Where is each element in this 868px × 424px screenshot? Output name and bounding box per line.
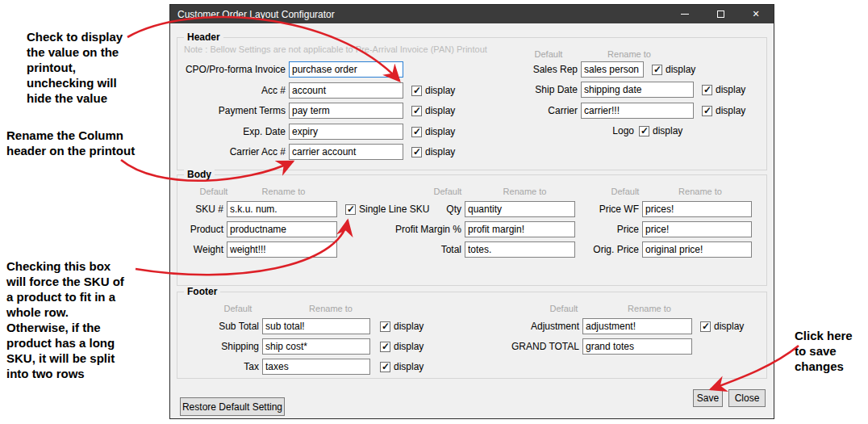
carrier-input[interactable] [581,103,694,119]
cpo-proforma-invoice-input[interactable] [289,61,403,78]
save-button[interactable]: Save [693,389,723,407]
header-group-label: Header [184,31,223,43]
carrier-acc-label: Carrier Acc # [177,146,286,157]
qty-label: Qty [363,204,461,215]
carrier-row: Carrier display [468,103,745,119]
display-label: display [425,85,455,96]
sales-rep-display-checkbox[interactable] [652,65,662,75]
shipping-display-checkbox[interactable] [380,342,390,352]
ship-date-input[interactable] [581,82,694,98]
acc-number-row: Acc # display [177,82,455,99]
sku-label: SKU # [177,204,223,215]
adjustment-label: Adjustment [487,321,579,332]
price-label: Price [573,224,639,235]
close-button[interactable] [738,5,774,23]
sales-rep-row: Sales Rep display [468,61,695,78]
tax-display-checkbox[interactable] [380,362,390,372]
weight-label: Weight [177,244,223,255]
restore-default-setting-button[interactable]: Restore Default Setting [180,397,285,416]
product-label: Product [177,224,223,235]
carrier-acc-row: Carrier Acc # display [177,144,455,160]
carrier-acc-number-input[interactable] [289,144,403,160]
annotation-single-line-sku: Checking this box will force the SKU of … [6,258,131,381]
cpo-proforma-row: CPO/Pro-forma Invoice [177,61,403,78]
carrier-display-checkbox[interactable] [702,106,712,116]
profit-margin-label: Profit Margin % [363,224,461,235]
acc-number-input[interactable] [289,82,403,99]
payment-terms-display-checkbox[interactable] [411,106,422,116]
profit-margin-input[interactable] [465,221,575,237]
exp-date-row: Exp. Date display [177,124,455,140]
payment-terms-input[interactable] [289,103,403,119]
orig-price-input[interactable] [642,241,752,258]
acc-number-label: Acc # [177,85,286,96]
total-input[interactable] [465,241,575,258]
minimize-button[interactable] [667,5,703,23]
maximize-icon [717,10,724,18]
price-wf-label: Price WF [573,204,639,215]
acc-display-checkbox[interactable] [411,86,422,96]
display-label: display [425,146,455,157]
qty-input[interactable] [465,201,575,217]
display-label: display [716,84,745,95]
shipping-label: Shipping [181,341,259,352]
maximize-button[interactable] [703,5,738,23]
qty-row: Qty [363,201,575,217]
product-row: Product [177,221,337,237]
sub-total-row: Sub Total display [181,318,424,334]
tax-input[interactable] [262,359,370,375]
logo-row: Logo display [468,123,682,139]
sku-input[interactable] [227,201,337,217]
annotation-rename-column: Rename the Column header on the printout [6,128,144,158]
column-header-default: Default [516,49,581,59]
column-header-default: Default [210,304,266,313]
minimize-icon [681,14,689,15]
display-label: display [716,105,745,116]
column-header-rename-to: Rename to [589,49,670,59]
adjustment-input[interactable] [582,318,692,334]
footer-group: Footer Default Rename to Default Rename … [177,292,767,379]
price-wf-row: Price WF [573,201,752,217]
column-header-rename-to: Rename to [274,304,387,313]
sub-total-display-checkbox[interactable] [380,321,390,332]
carrier-acc-display-checkbox[interactable] [411,147,422,157]
exp-date-input[interactable] [289,124,403,140]
price-wf-input[interactable] [642,201,752,217]
column-header-rename-to: Rename to [597,304,702,313]
adjustment-row: Adjustment display [487,318,744,334]
shipping-input[interactable] [262,338,370,355]
ship-date-display-checkbox[interactable] [702,85,712,95]
display-label: display [653,125,682,136]
display-label: display [666,64,695,75]
payment-terms-label: Payment Terms [177,105,286,116]
sales-rep-label: Sales Rep [468,64,578,75]
grand-total-input[interactable] [582,338,692,355]
column-header-default: Default [536,304,592,313]
title-bar[interactable]: Customer Order Layout Configurator [170,5,774,23]
shipping-row: Shipping display [181,338,424,355]
price-row: Price [573,221,752,237]
tax-row: Tax display [181,359,424,375]
annotation-check-display: Check to display the value on the printo… [27,29,140,106]
product-input[interactable] [227,221,337,237]
orig-price-row: Orig. Price [573,241,752,258]
customer-order-layout-configurator-window: Customer Order Layout Configurator Heade… [169,4,774,419]
price-input[interactable] [642,221,752,237]
sales-rep-input[interactable] [581,61,644,78]
weight-input[interactable] [227,241,337,258]
adjustment-display-checkbox[interactable] [700,321,711,332]
display-label: display [394,321,424,332]
close-icon [752,10,759,19]
single-line-sku-checkbox[interactable] [345,204,356,215]
logo-display-checkbox[interactable] [639,126,649,136]
exp-date-display-checkbox[interactable] [411,127,422,137]
ship-date-row: Ship Date display [468,82,745,98]
grand-total-label: GRAND TOTAL [487,341,579,352]
column-header-rename-to: Rename to [644,187,757,196]
cpo-proforma-label: CPO/Pro-forma Invoice [177,64,286,75]
header-note: Note : Bellow Settings are not applicabl… [184,44,487,54]
sub-total-input[interactable] [262,318,370,334]
close-dialog-button[interactable]: Close [728,389,766,407]
total-row: Total [363,241,575,258]
logo-label: Logo [468,125,634,136]
